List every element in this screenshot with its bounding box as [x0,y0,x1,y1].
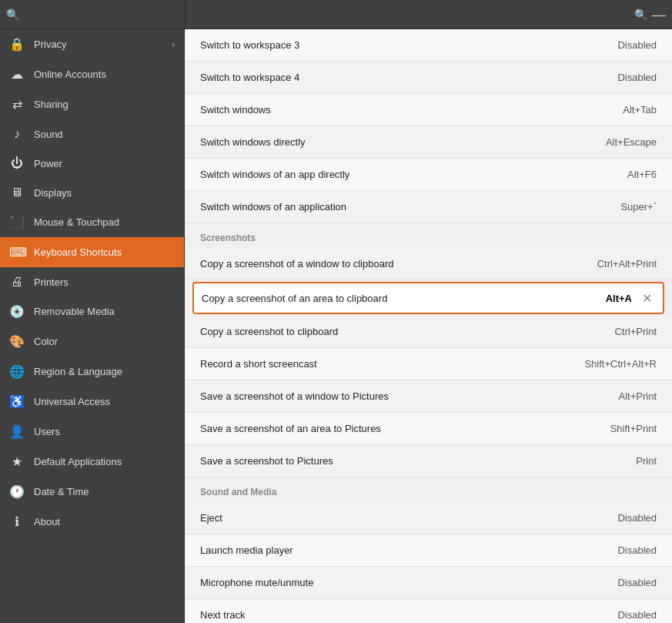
shortcut-key-sw4: Disabled [541,72,657,83]
shortcut-key-ss-area-pictures: Shift+Print [541,423,657,434]
sidebar-icon-sharing: ⇄ [9,97,25,112]
sidebar-item-sound[interactable]: ♪ Sound [0,119,184,149]
shortcut-row-sw4[interactable]: Switch to workspace 4Disabled [185,62,672,94]
shortcut-row-switch-windows[interactable]: Switch windowsAlt+Tab [185,94,672,126]
menu-button[interactable] [172,12,179,18]
shortcut-key-ss-area-clipboard: Alt+A [517,293,632,304]
sidebar-item-date-time[interactable]: 🕐 Date & Time [0,477,184,507]
sidebar-icon-power: ⏻ [9,156,25,170]
section-header-screenshots: Screenshots [185,223,672,248]
shortcut-row-ss-pictures[interactable]: Save a screenshot to PicturesPrint [185,445,672,477]
shortcut-name-next-track: Next track [200,609,541,621]
sidebar-item-printers[interactable]: 🖨 Printers [0,267,184,296]
shortcut-row-launch-media-player[interactable]: Launch media playerDisabled [185,534,672,567]
shortcut-row-switch-directly[interactable]: Switch windows directlyAlt+Escape [185,126,672,159]
sidebar-item-color[interactable]: 🎨 Color [0,327,184,357]
shortcut-name-eject: Eject [200,512,541,524]
shortcut-name-launch-media-player: Launch media player [200,544,541,556]
sidebar-label-printers: Printers [34,276,69,288]
shortcut-key-record-screencast: Shift+Ctrl+Alt+R [541,358,657,370]
sidebar-icon-default-applications: ★ [9,454,25,469]
shortcut-key-sw3: Disabled [541,39,657,51]
sidebar-label-sound: Sound [34,129,63,140]
shortcut-row-ss-area-clipboard[interactable]: Copy a screenshot of an area to clipboar… [192,282,664,314]
minimize-button[interactable]: — [652,8,666,22]
shortcut-key-switch-directly: Alt+Escape [541,136,657,148]
sidebar-item-sharing[interactable]: ⇄ Sharing [0,89,184,119]
sidebar-icon-region-language: 🌐 [9,364,25,379]
sidebar-label-power: Power [34,158,62,169]
shortcut-name-ss-area-pictures: Save a screenshot of an area to Pictures [200,423,541,434]
sidebar-item-about[interactable]: ℹ About [0,507,184,537]
shortcut-key-switch-application: Super+` [541,201,657,213]
shortcut-key-switch-windows: Alt+Tab [541,104,657,116]
section-header-sound-and-media: Sound and Media [185,477,672,502]
sidebar-item-online-accounts[interactable]: ☁ Online Accounts [0,59,184,89]
shortcut-row-ss-area-pictures[interactable]: Save a screenshot of an area to Pictures… [185,413,672,445]
shortcut-name-sw3: Switch to workspace 3 [200,39,541,51]
sidebar-label-date-time: Date & Time [34,486,89,497]
sidebar-icon-removable-media: 💿 [9,304,25,319]
shortcut-row-ss-window-pictures[interactable]: Save a screenshot of a window to Picture… [185,380,672,413]
sidebar-item-removable-media[interactable]: 💿 Removable Media [0,296,184,327]
shortcut-row-eject[interactable]: EjectDisabled [185,502,672,534]
sidebar-icon-date-time: 🕐 [9,484,25,499]
titlebar-center [186,12,628,18]
shortcut-name-switch-windows: Switch windows [200,104,541,116]
sidebar-label-removable-media: Removable Media [34,306,115,317]
shortcuts-list: Switch to workspace 3DisabledSwitch to w… [185,29,672,623]
sidebar-item-mouse-touchpad[interactable]: ⬛ Mouse & Touchpad [0,207,184,237]
shortcut-row-mic-mute[interactable]: Microphone mute/unmuteDisabled [185,567,672,599]
sidebar-label-color: Color [34,336,58,347]
shortcut-row-next-track[interactable]: Next trackDisabled [185,599,672,623]
sidebar-item-default-applications[interactable]: ★ Default Applications [0,447,184,477]
sidebar-icon-displays: 🖥 [9,186,25,199]
titlebar: 🔍 🔍 — [0,0,672,29]
sidebar-item-displays[interactable]: 🖥 Displays [0,178,184,207]
sidebar-icon-mouse-touchpad: ⬛ [9,215,25,229]
detail-panel: Switch to workspace 3DisabledSwitch to w… [185,29,672,623]
shortcut-key-next-track: Disabled [541,609,657,621]
reset-all-button[interactable] [186,12,198,18]
shortcut-key-mic-mute: Disabled [541,577,657,588]
sidebar-icon-universal-access: ♿ [9,394,25,409]
shortcut-name-sw4: Switch to workspace 4 [200,72,541,83]
shortcut-row-switch-application[interactable]: Switch windows of an applicationSuper+` [185,191,672,223]
sidebar-item-keyboard-shortcuts[interactable]: ⌨ Keyboard Shortcuts [0,237,184,267]
shortcut-name-ss-area-clipboard: Copy a screenshot of an area to clipboar… [202,293,517,304]
shortcut-key-launch-media-player: Disabled [541,544,657,556]
sidebar-item-region-language[interactable]: 🌐 Region & Language [0,357,184,387]
shortcut-row-ss-window-clipboard[interactable]: Copy a screenshot of a window to clipboa… [185,248,672,280]
sidebar-item-universal-access[interactable]: ♿ Universal Access [0,387,184,417]
shortcut-name-ss-clipboard: Copy a screenshot to clipboard [200,326,541,337]
shortcut-name-ss-window-clipboard: Copy a screenshot of a window to clipboa… [200,258,541,270]
shortcut-row-record-screencast[interactable]: Record a short screencastShift+Ctrl+Alt+… [185,348,672,380]
shortcut-name-ss-pictures: Save a screenshot to Pictures [200,455,541,467]
sidebar-label-about: About [34,516,60,528]
shortcut-name-switch-app-directly: Switch windows of an app directly [200,169,541,180]
sidebar-item-privacy[interactable]: 🔒 Privacy › [0,29,184,59]
sidebar-label-privacy: Privacy [34,39,67,50]
sidebar-icon-privacy: 🔒 [9,37,25,52]
shortcut-row-ss-clipboard[interactable]: Copy a screenshot to clipboardCtrl+Print [185,316,672,348]
shortcut-name-mic-mute: Microphone mute/unmute [200,577,541,588]
search-button[interactable]: 🔍 [634,8,647,21]
shortcut-key-ss-pictures: Print [541,455,657,467]
sidebar-item-power[interactable]: ⏻ Power [0,149,184,178]
sidebar-label-keyboard-shortcuts: Keyboard Shortcuts [34,246,122,258]
shortcut-row-sw3[interactable]: Switch to workspace 3Disabled [185,29,672,62]
main-content: 🔒 Privacy › ☁ Online Accounts ⇄ Sharing … [0,29,672,623]
shortcut-key-eject: Disabled [541,512,657,524]
sidebar: 🔒 Privacy › ☁ Online Accounts ⇄ Sharing … [0,29,185,623]
shortcut-row-switch-app-directly[interactable]: Switch windows of an app directlyAlt+F6 [185,159,672,191]
shortcut-name-switch-application: Switch windows of an application [200,201,541,213]
clear-shortcut-button[interactable]: ✕ [638,290,655,306]
search-icon[interactable]: 🔍 [6,8,19,21]
sidebar-icon-printers: 🖨 [9,275,25,289]
shortcut-name-switch-directly: Switch windows directly [200,136,541,148]
sidebar-item-users[interactable]: 👤 Users [0,417,184,447]
sidebar-label-region-language: Region & Language [34,366,122,377]
sidebar-icon-about: ℹ [9,514,25,529]
sidebar-icon-color: 🎨 [9,334,25,349]
titlebar-left: 🔍 [0,8,185,21]
